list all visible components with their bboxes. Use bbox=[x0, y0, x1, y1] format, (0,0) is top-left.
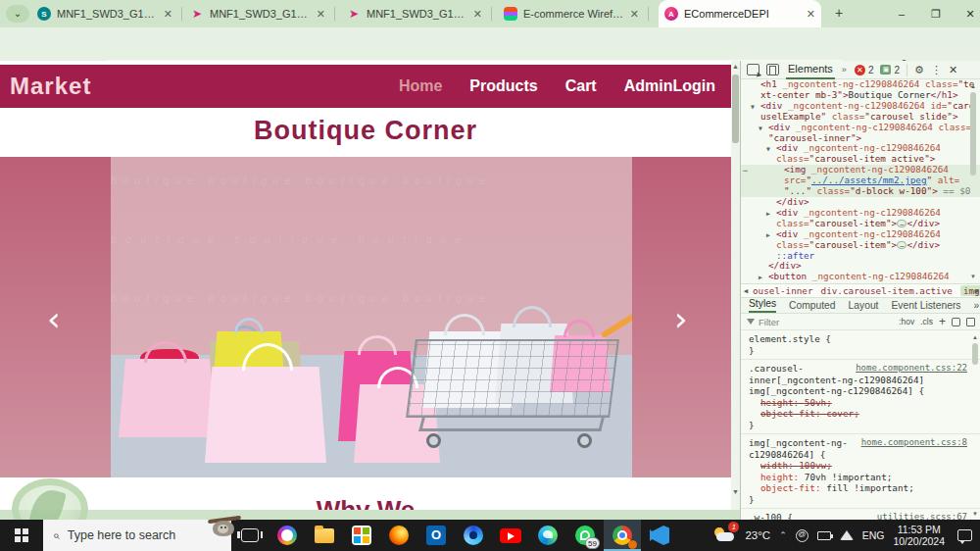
carousel-next-button[interactable]: › bbox=[674, 299, 688, 338]
nav-link-adminlogin[interactable]: AdminLogin bbox=[624, 77, 715, 95]
css-property[interactable]: width: 100vw; bbox=[749, 460, 967, 472]
panel-tab-computed[interactable]: Computed bbox=[789, 300, 836, 313]
css-property[interactable]: height: 50vh; bbox=[749, 397, 967, 409]
browser-tab[interactable]: SMNF1_SWD3_G1e - Home✕ bbox=[31, 0, 178, 27]
device-toolbar-icon[interactable] bbox=[766, 64, 779, 75]
css-property-value: 50vh; bbox=[805, 397, 832, 408]
taskbar-vscode-icon[interactable] bbox=[641, 520, 678, 551]
window-minimize-button[interactable]: – bbox=[887, 4, 916, 24]
elements-dom-tree[interactable]: <h1 _ngcontent-ng-c1290846264 class="tex… bbox=[741, 79, 980, 283]
new-style-rule-button[interactable]: + bbox=[939, 315, 946, 328]
breadcrumb-left-arrow[interactable]: ◀ bbox=[744, 287, 748, 295]
code-token: _ngcontent-ng-c1290846264 bbox=[782, 100, 925, 111]
nav-link-cart[interactable]: Cart bbox=[565, 77, 597, 95]
elements-scrollbar[interactable]: ▲▼ bbox=[968, 81, 978, 281]
taskbar-chrome-icon[interactable] bbox=[604, 520, 641, 551]
dom-tree-line[interactable]: ▶<button _ngcontent-ng-c1290846264 bbox=[741, 272, 980, 282]
css-property[interactable]: object-fit: fill !important; bbox=[749, 482, 967, 494]
devtools-tab-elements[interactable]: Elements bbox=[786, 61, 835, 79]
tab-title: MNF1_SWD3_G1e Yara Ibrah bbox=[367, 8, 467, 20]
dom-gutter-marker[interactable]: … bbox=[743, 165, 748, 175]
temperature-label[interactable]: 23°C bbox=[745, 529, 770, 541]
wifi-icon[interactable] bbox=[840, 530, 854, 540]
taskbar-firefox-icon[interactable] bbox=[380, 520, 417, 551]
stylesheet-source-link[interactable]: _utilities.scss:67 bbox=[871, 512, 967, 520]
taskbar-clock[interactable]: 11:53 PM 10/20/2024 bbox=[893, 524, 945, 547]
taskbar-search-box[interactable]: ⌕ Type here to search bbox=[43, 520, 231, 551]
toggle-cls-button[interactable]: .cls bbox=[920, 317, 933, 326]
window-close-button[interactable]: ✕ bbox=[956, 4, 980, 24]
vscroll-thumb[interactable] bbox=[732, 75, 739, 143]
tab-close-icon[interactable]: ✕ bbox=[630, 8, 639, 21]
devtools-close-icon[interactable]: ✕ bbox=[949, 64, 957, 76]
page-vertical-scrollbar[interactable]: ▲ ▼ bbox=[731, 61, 740, 510]
taskbar-explorer-icon[interactable] bbox=[306, 520, 343, 551]
browser-tab[interactable]: ➤MNF1_SWD3_G1e Yara Ibrah✕ bbox=[184, 0, 331, 27]
tray-account-icon[interactable] bbox=[796, 529, 808, 542]
styles-filter-input[interactable]: Filter bbox=[759, 317, 779, 327]
breadcrumb-item[interactable]: div.carousel-item.active bbox=[821, 285, 953, 296]
stylesheet-source-link[interactable]: home.component.css:8 bbox=[861, 437, 967, 449]
taskbar-edge-icon[interactable] bbox=[529, 520, 566, 551]
vscroll-up-arrow[interactable]: ▲ bbox=[731, 61, 740, 73]
taskbar-swirl-icon[interactable] bbox=[455, 520, 492, 551]
vscode-icon bbox=[650, 526, 669, 545]
action-center-icon[interactable] bbox=[957, 529, 972, 541]
css-property[interactable]: height: 70vh !important; bbox=[749, 472, 967, 483]
css-property[interactable]: object-fit: cover; bbox=[749, 408, 967, 420]
carousel-prev-button[interactable]: ‹ bbox=[47, 299, 61, 338]
breadcrumb-right-arrow[interactable]: ▶ bbox=[975, 287, 979, 295]
nav-link-products[interactable]: Products bbox=[469, 77, 537, 95]
expand-arrow-icon[interactable]: ▶ bbox=[759, 273, 762, 283]
color-scheme-button[interactable] bbox=[952, 318, 960, 326]
start-button[interactable] bbox=[0, 520, 43, 551]
devtools-more-tabs-icon[interactable]: » bbox=[842, 65, 848, 75]
computed-sidebar-button[interactable] bbox=[966, 318, 975, 326]
nav-link-home[interactable]: Home bbox=[399, 77, 442, 95]
devtools-kebab-icon[interactable]: ⋮ bbox=[931, 64, 942, 76]
site-brand[interactable]: Market bbox=[10, 73, 91, 100]
panel-tab-»[interactable]: » bbox=[973, 300, 979, 313]
code-token: _ngcontent-ng-c1290846264 bbox=[806, 164, 949, 175]
browser-tab[interactable]: ➤MNF1_SWD3_G1e Yara Ibrah✕ bbox=[341, 0, 488, 27]
language-indicator[interactable]: ENG bbox=[862, 529, 885, 541]
css-rule[interactable]: home.component.css:8img[_ngcontent-ng-c1… bbox=[741, 434, 980, 509]
tab-search-button[interactable]: ⌄ bbox=[6, 5, 29, 23]
search-placeholder: Type here to search bbox=[68, 528, 175, 542]
browser-tab[interactable]: E-commerce Wireframe – Fig✕ bbox=[498, 0, 645, 27]
panel-tab-layout[interactable]: Layout bbox=[849, 300, 879, 313]
code-token: == $0 bbox=[938, 185, 971, 196]
styles-scrollbar[interactable]: ▲▼ bbox=[970, 332, 980, 519]
panel-tab-styles[interactable]: Styles bbox=[749, 298, 776, 313]
tab-close-icon[interactable]: ✕ bbox=[317, 8, 325, 21]
panel-tab-event-listeners[interactable]: Event Listeners bbox=[891, 300, 960, 313]
window-maximize-button[interactable]: ❐ bbox=[921, 4, 951, 24]
vscroll-down-arrow[interactable]: ▼ bbox=[731, 486, 740, 498]
css-rule[interactable]: home.component.css:22.carousel-inner[_ng… bbox=[741, 360, 980, 434]
new-tab-button[interactable]: + bbox=[829, 4, 849, 24]
weather-icon[interactable]: 1 bbox=[712, 526, 736, 545]
tab-close-icon[interactable]: ✕ bbox=[807, 8, 815, 21]
issues-icon[interactable]: ▣ bbox=[880, 65, 891, 75]
tab-close-icon[interactable]: ✕ bbox=[473, 8, 482, 21]
console-error-icon[interactable]: ✕ bbox=[855, 65, 865, 75]
browser-tab[interactable]: AECommerceDEPI✕ bbox=[659, 0, 821, 27]
tray-overflow-chevron[interactable]: ⌃ bbox=[779, 530, 787, 540]
stylesheet-source-link[interactable]: home.component.css:22 bbox=[856, 363, 967, 375]
inspect-element-icon[interactable] bbox=[747, 64, 760, 75]
toggle-hov-button[interactable]: :hov bbox=[899, 317, 914, 326]
why-we-heading: Why We bbox=[0, 495, 731, 510]
taskbar-youtube-icon[interactable] bbox=[492, 520, 529, 551]
battery-icon[interactable] bbox=[817, 531, 831, 540]
tab-close-icon[interactable]: ✕ bbox=[164, 8, 172, 21]
devtools-settings-icon[interactable]: ⚙ bbox=[914, 64, 924, 76]
taskbar-outlook-icon[interactable]: O bbox=[417, 520, 455, 551]
code-token: … bbox=[897, 241, 906, 249]
css-rule[interactable]: _utilities.scss:67.w-100 {width: 100% !i… bbox=[741, 509, 980, 520]
styles-rule-list[interactable]: element.style {}home.component.css:22.ca… bbox=[741, 330, 980, 520]
taskbar-copilot-icon[interactable] bbox=[269, 520, 306, 551]
css-rule[interactable]: element.style {} bbox=[741, 330, 980, 360]
taskbar-whatsapp-icon[interactable]: 59 bbox=[566, 520, 604, 551]
taskbar-store-icon[interactable] bbox=[343, 520, 380, 551]
breadcrumb-item[interactable]: ousel-inner bbox=[753, 285, 813, 296]
